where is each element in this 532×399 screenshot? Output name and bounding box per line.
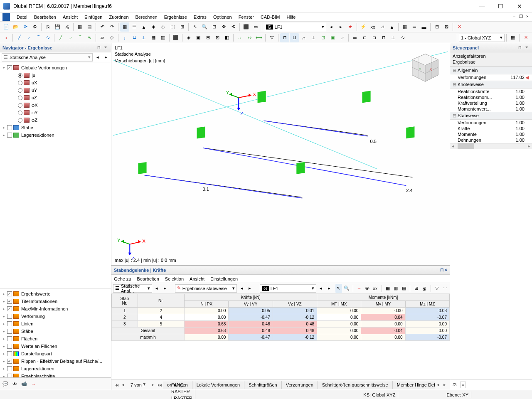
maximize-button[interactable]: ☐	[491, 0, 510, 12]
support-button[interactable]: ▲	[387, 22, 397, 32]
tbl-tool-filter[interactable]: ▽	[433, 284, 440, 293]
snap-lraster[interactable]: LRASTER	[169, 395, 195, 399]
table-menu-gehe zu[interactable]: Gehe zu	[114, 276, 131, 281]
doc1-button[interactable]: ▦	[75, 22, 84, 32]
tabs-last[interactable]: ⏭	[156, 382, 163, 387]
save2-button[interactable]: 💾	[53, 22, 62, 32]
list-button[interactable]: ☰	[130, 22, 139, 32]
solid-button[interactable]: ⬛	[171, 33, 180, 42]
tbl-tool-print[interactable]: 🖨	[421, 284, 427, 293]
view-mode-2[interactable]: ◈	[149, 22, 158, 32]
load1-button[interactable]: ↓	[120, 33, 129, 42]
show6-button[interactable]: ▣	[328, 33, 337, 42]
nav-foot-icon4[interactable]: →	[31, 382, 36, 387]
line3-button[interactable]: ⌒	[34, 33, 43, 42]
tbl-tool-grid1[interactable]: ▦	[384, 284, 391, 293]
tabs-scroll-right[interactable]: ▸	[441, 382, 448, 387]
load2-button[interactable]: ⇊	[130, 33, 139, 42]
factor-krfte[interactable]: Kräfte1.00	[450, 126, 532, 131]
nav-foot-icon3[interactable]: 📹	[21, 381, 27, 387]
tbl-nav-next2[interactable]: ▸	[246, 284, 253, 293]
copy-button[interactable]: ⎘	[43, 22, 52, 32]
menu-bearbeiten[interactable]: Bearbeiten	[31, 14, 59, 20]
tbl-tool-chart[interactable]: →	[356, 284, 362, 293]
zoom-window-button[interactable]: ⊡	[209, 22, 219, 32]
table-menu-bearbeiten[interactable]: Bearbeiten	[137, 276, 159, 281]
table-loadcase-combo[interactable]: G LF1▾	[260, 284, 316, 293]
new-file-button[interactable]: 📄	[2, 22, 11, 32]
view-iso-button[interactable]: ⬛	[241, 22, 251, 32]
pan-button[interactable]: ✥	[219, 22, 228, 32]
section2-button[interactable]: ⊠	[442, 22, 451, 32]
load3-button[interactable]: ⊥	[139, 33, 148, 42]
factor-reaktionsmom[interactable]: Reaktionsmom...1.00	[450, 94, 532, 100]
member4-button[interactable]: ∿	[85, 33, 94, 42]
draw1-button[interactable]: ═	[350, 33, 360, 42]
navigator-type-combo[interactable]: ☰ Statische Analyse ▾	[2, 53, 93, 62]
line2-button[interactable]: ⟋	[24, 33, 33, 42]
navigator-results-tree[interactable]: ▸✓Ergebniswerte▸✓Titelinformationen▸✓Max…	[0, 288, 111, 377]
load4-button[interactable]: ▦	[149, 33, 158, 42]
draw3-button[interactable]: ⊐	[369, 33, 379, 42]
status-plane[interactable]: Ebene: XY	[444, 392, 471, 398]
factor-momentenvert[interactable]: Momentenvert...1.00	[450, 106, 532, 112]
redo-button[interactable]: ↷	[107, 22, 116, 32]
mdi-restore[interactable]: ❐	[518, 14, 524, 20]
tool5-button[interactable]: ◧	[222, 33, 232, 42]
tool3-button[interactable]: ⊞	[203, 33, 212, 42]
tbl-nav-prev[interactable]: ◂	[154, 284, 160, 293]
render3-button[interactable]: ▬	[419, 22, 429, 32]
lc-fav-button[interactable]: ★	[346, 22, 355, 32]
node-button[interactable]: •	[2, 33, 11, 42]
line1-button[interactable]: ╱	[15, 33, 24, 42]
tab-icon[interactable]: ▫	[460, 382, 466, 388]
render2-button[interactable]: ═	[410, 22, 419, 32]
tool4-button[interactable]: ⊡	[213, 33, 222, 42]
snap-raster[interactable]: RASTER	[169, 388, 195, 395]
tbl-tool-export[interactable]: ⊞	[413, 284, 419, 293]
member3-button[interactable]: ⌒	[75, 33, 84, 42]
draw5-button[interactable]: ⊥	[389, 33, 398, 42]
lc-next-button[interactable]: ▸	[336, 22, 345, 32]
view-mode-4[interactable]: ⬚	[168, 22, 177, 32]
calc-button[interactable]: ⚡	[359, 22, 368, 32]
open-file-button[interactable]: 📂	[11, 22, 20, 32]
tbl-nav-prev2[interactable]: ◂	[239, 284, 245, 293]
tool1-button[interactable]: ◈	[184, 33, 193, 42]
minimize-button[interactable]: —	[473, 0, 491, 12]
viewport-3d[interactable]: LF1 Statische Analyse Verschiebungen |u|…	[111, 43, 450, 265]
loadcase-combo[interactable]: G LF1 ▾	[264, 23, 326, 31]
menu-fenster[interactable]: Fenster	[235, 14, 257, 20]
menu-berechnen[interactable]: Berechnen	[132, 14, 161, 20]
mdi-minimize[interactable]: –	[511, 14, 517, 20]
menu-hilfe[interactable]: Hilfe	[283, 14, 299, 20]
menu-datei[interactable]: Datei	[13, 14, 31, 20]
tbl-tool-grid2[interactable]: ▥	[393, 284, 399, 293]
section-button[interactable]: ⊟	[432, 22, 441, 32]
mdi-close[interactable]: ×	[525, 14, 530, 20]
table-tab-4[interactable]: Schnittgrößen querschnittsweise	[318, 381, 393, 389]
table-tab-1[interactable]: Lokale Verformungen	[192, 381, 245, 389]
render1-button[interactable]: ▦	[400, 22, 409, 32]
factor-verformungen[interactable]: Verformungen1.00	[450, 120, 532, 126]
print-button[interactable]: 🖨	[62, 22, 71, 32]
table-menu-einstellungen[interactable]: Einstellungen	[210, 276, 238, 281]
clear-button[interactable]: ✕	[521, 33, 530, 42]
factor-reaktionskrfte[interactable]: Reaktionskräfte1.00	[450, 89, 532, 94]
menu-cad-bim[interactable]: CAD-BIM	[257, 14, 283, 20]
tbl-tool-zoom[interactable]: 🔍	[344, 284, 350, 293]
dim1-button[interactable]: ↔	[235, 33, 244, 42]
tabs-first[interactable]: ⏮	[113, 382, 120, 387]
navigator-pin-button[interactable]: ⊓	[96, 45, 102, 51]
view-plan-button[interactable]: ▭	[251, 22, 260, 32]
undo-button[interactable]: ↶	[98, 22, 107, 32]
show5-button[interactable]: ⊡	[318, 33, 328, 42]
draw6-button[interactable]: ∿	[398, 33, 407, 42]
tool2-button[interactable]: ▣	[194, 33, 203, 42]
surf2-button[interactable]: ◇	[107, 33, 116, 42]
factor-kraftverteilung[interactable]: Kraftverteilung1.00	[450, 100, 532, 106]
tbl-tool-select[interactable]: ↖	[335, 284, 342, 293]
coord-system-combo[interactable]: 1 - Global XYZ ▾	[459, 34, 505, 42]
view-cube[interactable]: -Y X	[409, 52, 441, 84]
zoom-button[interactable]: 🔍	[200, 22, 209, 32]
